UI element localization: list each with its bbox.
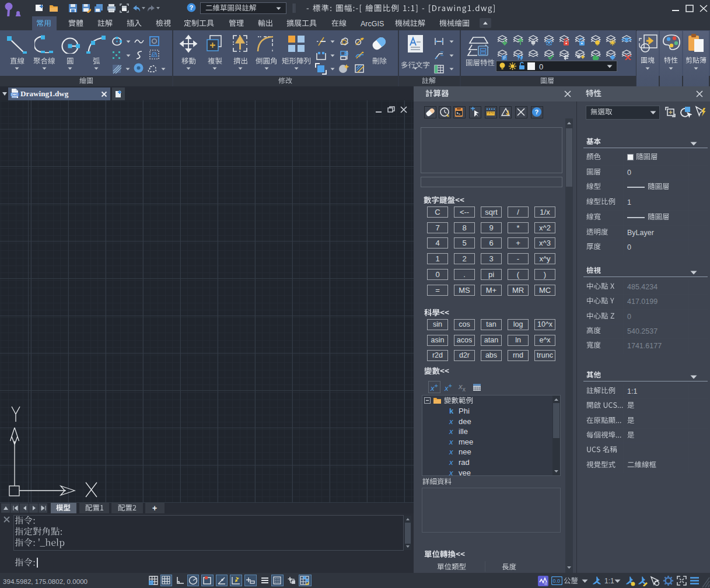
svg-text:?: ? xyxy=(535,108,539,116)
svg-text:?: ? xyxy=(190,4,194,11)
svg-text:DWG: DWG xyxy=(11,93,18,96)
svg-text:0.0: 0.0 xyxy=(553,578,561,584)
